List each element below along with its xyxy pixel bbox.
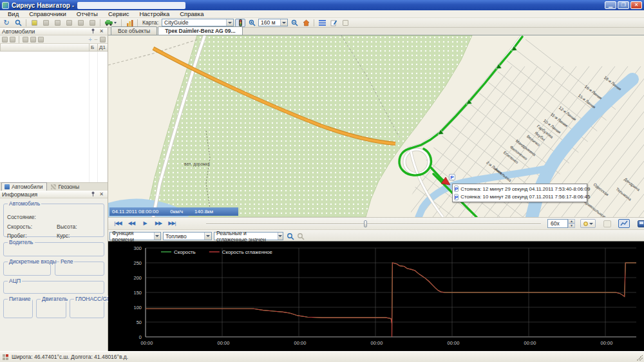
- tab-geozones[interactable]: Геозоны: [48, 183, 83, 191]
- x-axis-label: 00:00: [448, 340, 460, 346]
- add-icon: +: [88, 36, 92, 43]
- edit-icon[interactable]: [328, 19, 339, 27]
- vehicle-icon[interactable]: [103, 19, 118, 27]
- map-select-value: CityGuide: [164, 19, 188, 26]
- menu-item-5[interactable]: Настройка: [134, 10, 175, 17]
- playback-bar: |◀◀◀◀▶▶▶▶▶| 60x ▲▼: [108, 217, 644, 229]
- coordinates-text: Широта: 46.47401°с.ш. Долгота: 41.48016°…: [12, 354, 128, 360]
- chevron-down-icon[interactable]: [280, 19, 287, 26]
- menu-item-1[interactable]: Вид: [3, 10, 24, 17]
- chevron-down-icon[interactable]: [226, 19, 233, 26]
- values-mode-select[interactable]: Реальные и сглаженные значен: [214, 232, 283, 240]
- track-distance: 140.8км: [194, 209, 213, 214]
- tab-all-objects[interactable]: Все объекты: [111, 26, 157, 35]
- close-button[interactable]: ✕: [630, 1, 642, 9]
- tab-track[interactable]: Трек Daimler-Benz AG 09...: [158, 26, 242, 35]
- zoom-out-icon[interactable]: [289, 19, 299, 27]
- chevron-down-icon[interactable]: [589, 221, 593, 227]
- playback-rewind-button[interactable]: ◀◀: [126, 219, 137, 228]
- chart-icon[interactable]: [124, 19, 135, 27]
- list-icon[interactable]: [317, 19, 327, 27]
- time-function-select[interactable]: Функция времени: [109, 232, 161, 240]
- menu-item-2[interactable]: Справочники: [24, 10, 71, 17]
- left-panel: Автомобили ✕ + − Б Д1 Автомобили Геозо: [0, 28, 108, 351]
- y-axis-label: 250: [133, 260, 142, 266]
- folders-icon: [30, 37, 36, 43]
- map-canvas[interactable]: вел. дорожка 18-я Линия16-я Линия15-я Ли…: [108, 35, 644, 217]
- maximize-button[interactable]: ❐: [618, 1, 629, 9]
- playback-play-button[interactable]: ▶: [139, 219, 151, 228]
- timeline-slider[interactable]: [206, 224, 541, 225]
- save-button[interactable]: [638, 220, 644, 227]
- field-speed: Скорость:: [7, 224, 32, 230]
- highlight-track-button[interactable]: [580, 219, 596, 228]
- traffic-layer-button[interactable]: [235, 19, 245, 27]
- chevron-down-icon[interactable]: [154, 233, 160, 240]
- parameter-select[interactable]: Топливо: [163, 232, 212, 240]
- x-axis-label: 00:00: [141, 340, 153, 346]
- speed-chart[interactable]: 05010015020025030000:0000:0000:0000:0000…: [108, 242, 644, 351]
- map-scale-select[interactable]: 160 м: [258, 19, 288, 26]
- x-axis-label: 00:00: [371, 340, 383, 346]
- group-adc-label: АЦП: [8, 278, 22, 284]
- menu-item-6[interactable]: Справка: [175, 10, 209, 17]
- map-select[interactable]: CityGuide: [162, 19, 234, 26]
- minimize-button[interactable]: ▁: [605, 1, 616, 9]
- close-panel-icon[interactable]: ✕: [97, 28, 106, 34]
- playback-fast-forward-button[interactable]: ▶▶: [153, 219, 164, 228]
- map-trail-label: вел. дорожка: [184, 162, 210, 167]
- refresh-button[interactable]: ↻: [1, 19, 12, 27]
- vehicles-list[interactable]: [0, 52, 108, 182]
- info-panel-body: Автомобиль Состояние: Скорость: Высота: …: [0, 198, 108, 351]
- group-driver-label: Водитель: [8, 239, 35, 245]
- group-discrete-inputs: Дискретные входы: [3, 262, 51, 276]
- tab-vehicles[interactable]: Автомобили: [1, 182, 47, 191]
- zoom-in-icon[interactable]: [247, 19, 257, 27]
- toggle-chart-button[interactable]: [618, 219, 630, 228]
- parking-icon: P: [454, 194, 459, 200]
- toolbar-disabled-icon-7: [340, 19, 350, 27]
- pin-icon[interactable]: [89, 28, 97, 35]
- field-state: Состояние:: [7, 214, 36, 220]
- field-mileage: Пробег:: [7, 233, 27, 239]
- parking-icon[interactable]: P: [449, 174, 455, 180]
- search-icon[interactable]: [13, 19, 23, 27]
- app-icon: [2, 2, 9, 9]
- playback-speed-spinner[interactable]: 60x ▲▼: [547, 219, 575, 228]
- group-engine-label: Двигатель: [41, 296, 69, 302]
- group-relay-label: Реле: [59, 258, 74, 265]
- playback-to-end-button[interactable]: ▶▶|: [166, 219, 178, 228]
- menu-item-3[interactable]: Отчёты: [71, 10, 103, 17]
- menu-item-4[interactable]: Сервис: [103, 10, 135, 17]
- spin-up-icon[interactable]: ▲: [568, 219, 575, 224]
- main-toolbar: ↻ Карта: CityGuide 160 м: [0, 18, 644, 28]
- disabled-button: [603, 220, 611, 227]
- toolbar-disabled-icon-3: [52, 19, 62, 27]
- chevron-down-icon[interactable]: [204, 233, 211, 240]
- list-icon: [5, 184, 10, 189]
- x-axis-label: 00:00: [294, 340, 307, 346]
- resize-grip[interactable]: [636, 354, 643, 361]
- vehicles-column-header: Б Д1: [0, 44, 108, 52]
- close-panel-icon[interactable]: ✕: [97, 191, 106, 197]
- geozone-icon: [51, 184, 56, 189]
- left-panel-tabs: Автомобили Геозоны: [0, 182, 108, 191]
- group-glonass: ГЛОНАСС/GPS: [70, 299, 104, 318]
- chart-zoom-in-icon[interactable]: [287, 233, 294, 242]
- chart-zoom-out-icon: [297, 233, 305, 242]
- track-status-strip: 04.11.2011 08:00:00 0км/ч 140.8км: [109, 207, 238, 216]
- spin-down-icon[interactable]: ▼: [568, 224, 575, 228]
- chevron-down-icon[interactable]: [278, 233, 283, 240]
- pin-icon[interactable]: [89, 191, 97, 198]
- playback-to-start-button[interactable]: |◀◀: [112, 219, 124, 228]
- timeline-slider-thumb[interactable]: [364, 220, 367, 227]
- column-d1[interactable]: Д1: [97, 44, 108, 52]
- y-axis-label: 100: [133, 305, 142, 310]
- column-b[interactable]: Б: [89, 44, 97, 52]
- legend-label: Скорость сглаженное: [222, 249, 272, 255]
- print-icon: [2, 37, 8, 43]
- home-icon[interactable]: [301, 19, 311, 27]
- vehicles-panel-header: Автомобили ✕: [0, 28, 108, 35]
- info-panel-header: Информация ✕: [0, 191, 108, 198]
- x-axis-label: 00:00: [601, 340, 613, 346]
